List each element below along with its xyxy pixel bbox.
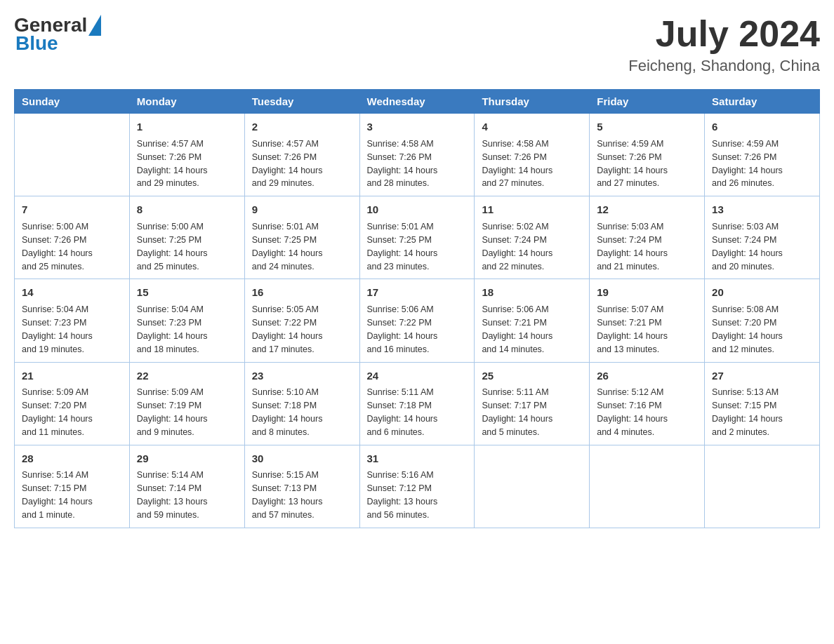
day-number: 27 bbox=[712, 368, 812, 384]
calendar-cell bbox=[15, 114, 130, 196]
calendar-body: 1Sunrise: 4:57 AM Sunset: 7:26 PM Daylig… bbox=[15, 114, 820, 528]
calendar-cell: 20Sunrise: 5:08 AM Sunset: 7:20 PM Dayli… bbox=[705, 279, 820, 362]
day-info: Sunrise: 5:11 AM Sunset: 7:17 PM Dayligh… bbox=[482, 387, 552, 437]
calendar-cell: 14Sunrise: 5:04 AM Sunset: 7:23 PM Dayli… bbox=[15, 279, 130, 362]
day-number: 12 bbox=[597, 202, 697, 217]
calendar-cell: 16Sunrise: 5:05 AM Sunset: 7:22 PM Dayli… bbox=[244, 279, 359, 362]
calendar-cell: 29Sunrise: 5:14 AM Sunset: 7:14 PM Dayli… bbox=[129, 445, 244, 528]
day-info: Sunrise: 5:00 AM Sunset: 7:25 PM Dayligh… bbox=[137, 222, 208, 271]
calendar-header-tuesday: Tuesday bbox=[244, 90, 359, 114]
day-number: 21 bbox=[22, 368, 122, 384]
day-info: Sunrise: 5:07 AM Sunset: 7:21 PM Dayligh… bbox=[597, 304, 668, 354]
day-number: 14 bbox=[22, 285, 122, 300]
calendar-cell: 12Sunrise: 5:03 AM Sunset: 7:24 PM Dayli… bbox=[590, 196, 705, 279]
day-number: 26 bbox=[597, 368, 697, 384]
day-number: 29 bbox=[137, 451, 237, 467]
day-number: 19 bbox=[597, 285, 697, 300]
calendar-cell: 13Sunrise: 5:03 AM Sunset: 7:24 PM Dayli… bbox=[705, 196, 820, 279]
day-info: Sunrise: 5:10 AM Sunset: 7:18 PM Dayligh… bbox=[252, 387, 323, 437]
calendar-cell: 25Sunrise: 5:11 AM Sunset: 7:17 PM Dayli… bbox=[475, 362, 590, 445]
calendar-cell: 11Sunrise: 5:02 AM Sunset: 7:24 PM Dayli… bbox=[475, 196, 590, 279]
day-info: Sunrise: 4:57 AM Sunset: 7:26 PM Dayligh… bbox=[252, 139, 323, 189]
day-number: 3 bbox=[367, 119, 468, 135]
day-info: Sunrise: 4:58 AM Sunset: 7:26 PM Dayligh… bbox=[367, 139, 438, 189]
day-number: 10 bbox=[367, 202, 468, 217]
day-number: 23 bbox=[252, 368, 352, 384]
calendar-header-sunday: Sunday bbox=[15, 90, 130, 114]
calendar-cell: 31Sunrise: 5:16 AM Sunset: 7:12 PM Dayli… bbox=[359, 445, 475, 528]
calendar-week-row: 21Sunrise: 5:09 AM Sunset: 7:20 PM Dayli… bbox=[15, 362, 820, 445]
calendar-cell: 18Sunrise: 5:06 AM Sunset: 7:21 PM Dayli… bbox=[475, 279, 590, 362]
day-number: 24 bbox=[367, 368, 468, 384]
day-info: Sunrise: 5:05 AM Sunset: 7:22 PM Dayligh… bbox=[252, 304, 323, 354]
day-info: Sunrise: 4:58 AM Sunset: 7:26 PM Dayligh… bbox=[482, 139, 552, 189]
day-number: 31 bbox=[367, 451, 468, 467]
day-number: 9 bbox=[252, 202, 352, 217]
calendar-cell: 2Sunrise: 4:57 AM Sunset: 7:26 PM Daylig… bbox=[244, 114, 359, 196]
day-info: Sunrise: 4:59 AM Sunset: 7:26 PM Dayligh… bbox=[597, 139, 668, 189]
logo-blue: Blue bbox=[15, 32, 58, 55]
calendar-cell: 24Sunrise: 5:11 AM Sunset: 7:18 PM Dayli… bbox=[359, 362, 475, 445]
day-info: Sunrise: 5:16 AM Sunset: 7:12 PM Dayligh… bbox=[367, 470, 438, 520]
page-subtitle: Feicheng, Shandong, China bbox=[628, 57, 820, 75]
day-number: 5 bbox=[597, 119, 697, 135]
day-info: Sunrise: 5:08 AM Sunset: 7:20 PM Dayligh… bbox=[712, 304, 783, 354]
calendar-cell: 27Sunrise: 5:13 AM Sunset: 7:15 PM Dayli… bbox=[705, 362, 820, 445]
day-number: 6 bbox=[712, 119, 812, 135]
day-number: 28 bbox=[22, 451, 122, 467]
day-number: 7 bbox=[22, 202, 122, 217]
page-title: July 2024 bbox=[628, 14, 820, 54]
day-info: Sunrise: 5:06 AM Sunset: 7:22 PM Dayligh… bbox=[367, 304, 438, 354]
day-info: Sunrise: 5:12 AM Sunset: 7:16 PM Dayligh… bbox=[597, 387, 668, 437]
calendar-cell: 26Sunrise: 5:12 AM Sunset: 7:16 PM Dayli… bbox=[590, 362, 705, 445]
day-info: Sunrise: 5:04 AM Sunset: 7:23 PM Dayligh… bbox=[22, 304, 93, 354]
day-number: 18 bbox=[482, 285, 582, 300]
calendar-cell: 19Sunrise: 5:07 AM Sunset: 7:21 PM Dayli… bbox=[590, 279, 705, 362]
day-number: 1 bbox=[137, 119, 237, 135]
calendar-cell: 5Sunrise: 4:59 AM Sunset: 7:26 PM Daylig… bbox=[590, 114, 705, 196]
calendar-cell: 17Sunrise: 5:06 AM Sunset: 7:22 PM Dayli… bbox=[359, 279, 475, 362]
calendar-cell: 10Sunrise: 5:01 AM Sunset: 7:25 PM Dayli… bbox=[359, 196, 475, 279]
day-info: Sunrise: 5:01 AM Sunset: 7:25 PM Dayligh… bbox=[252, 222, 323, 271]
calendar-cell: 30Sunrise: 5:15 AM Sunset: 7:13 PM Dayli… bbox=[244, 445, 359, 528]
day-info: Sunrise: 5:11 AM Sunset: 7:18 PM Dayligh… bbox=[367, 387, 438, 437]
day-number: 17 bbox=[367, 285, 468, 300]
calendar-cell: 21Sunrise: 5:09 AM Sunset: 7:20 PM Dayli… bbox=[15, 362, 130, 445]
day-info: Sunrise: 5:14 AM Sunset: 7:14 PM Dayligh… bbox=[137, 470, 208, 520]
calendar-header-saturday: Saturday bbox=[705, 90, 820, 114]
calendar-header-friday: Friday bbox=[590, 90, 705, 114]
calendar-cell: 28Sunrise: 5:14 AM Sunset: 7:15 PM Dayli… bbox=[15, 445, 130, 528]
day-number: 22 bbox=[137, 368, 237, 384]
calendar-cell: 6Sunrise: 4:59 AM Sunset: 7:26 PM Daylig… bbox=[705, 114, 820, 196]
day-info: Sunrise: 5:00 AM Sunset: 7:26 PM Dayligh… bbox=[22, 222, 93, 271]
day-number: 25 bbox=[482, 368, 582, 384]
day-info: Sunrise: 5:03 AM Sunset: 7:24 PM Dayligh… bbox=[712, 222, 783, 271]
day-number: 30 bbox=[252, 451, 352, 467]
day-info: Sunrise: 5:09 AM Sunset: 7:19 PM Dayligh… bbox=[137, 387, 208, 437]
calendar-header-row: SundayMondayTuesdayWednesdayThursdayFrid… bbox=[15, 90, 820, 114]
calendar-cell: 4Sunrise: 4:58 AM Sunset: 7:26 PM Daylig… bbox=[475, 114, 590, 196]
day-number: 2 bbox=[252, 119, 352, 135]
day-info: Sunrise: 5:03 AM Sunset: 7:24 PM Dayligh… bbox=[597, 222, 668, 271]
day-info: Sunrise: 4:59 AM Sunset: 7:26 PM Dayligh… bbox=[712, 139, 783, 189]
day-number: 4 bbox=[482, 119, 582, 135]
page-header: General Blue July 2024 Feicheng, Shandon… bbox=[14, 14, 820, 75]
calendar-cell: 3Sunrise: 4:58 AM Sunset: 7:26 PM Daylig… bbox=[359, 114, 475, 196]
day-number: 11 bbox=[482, 202, 582, 217]
calendar-cell: 23Sunrise: 5:10 AM Sunset: 7:18 PM Dayli… bbox=[244, 362, 359, 445]
title-block: July 2024 Feicheng, Shandong, China bbox=[628, 14, 820, 75]
day-number: 20 bbox=[712, 285, 812, 300]
calendar-cell: 7Sunrise: 5:00 AM Sunset: 7:26 PM Daylig… bbox=[15, 196, 130, 279]
calendar-cell: 8Sunrise: 5:00 AM Sunset: 7:25 PM Daylig… bbox=[129, 196, 244, 279]
day-info: Sunrise: 5:13 AM Sunset: 7:15 PM Dayligh… bbox=[712, 387, 783, 437]
calendar-cell bbox=[705, 445, 820, 528]
logo: General Blue bbox=[14, 14, 102, 55]
day-info: Sunrise: 5:09 AM Sunset: 7:20 PM Dayligh… bbox=[22, 387, 93, 437]
calendar-cell: 15Sunrise: 5:04 AM Sunset: 7:23 PM Dayli… bbox=[129, 279, 244, 362]
calendar-header-monday: Monday bbox=[129, 90, 244, 114]
day-info: Sunrise: 5:06 AM Sunset: 7:21 PM Dayligh… bbox=[482, 304, 552, 354]
calendar-week-row: 7Sunrise: 5:00 AM Sunset: 7:26 PM Daylig… bbox=[15, 196, 820, 279]
day-number: 16 bbox=[252, 285, 352, 300]
calendar-table: SundayMondayTuesdayWednesdayThursdayFrid… bbox=[14, 89, 820, 528]
calendar-week-row: 28Sunrise: 5:14 AM Sunset: 7:15 PM Dayli… bbox=[15, 445, 820, 528]
